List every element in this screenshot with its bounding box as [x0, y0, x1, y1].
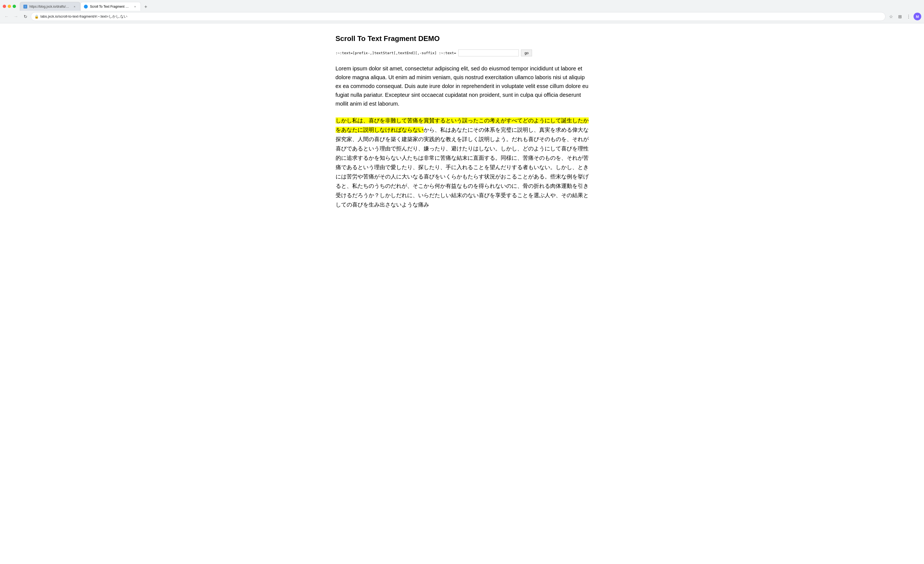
profile-button[interactable]: M [914, 13, 921, 20]
minimize-window-button[interactable] [8, 4, 11, 8]
profile-initials: M [916, 15, 919, 19]
extensions-button[interactable]: ⊞ [896, 13, 904, 20]
menu-button[interactable]: ⋮ [905, 13, 912, 20]
tab-2-favicon [84, 4, 88, 9]
bookmark-button[interactable]: ☆ [887, 13, 895, 20]
tab-2-close[interactable]: × [133, 4, 137, 9]
go-button[interactable]: go [521, 49, 532, 56]
dots-icon: ⋮ [906, 14, 911, 19]
nav-right: ☆ ⊞ ⋮ M [887, 13, 921, 20]
nav-bar: ← → ↻ 🔒 ☆ ⊞ ⋮ M [0, 10, 924, 23]
lorem-paragraph: Lorem ipsum dolor sit amet, consectetur … [336, 64, 589, 108]
fragment-syntax-label: :~:text=[prefix-,]textStart[,textEnd][,-… [336, 51, 437, 55]
window-controls [3, 4, 16, 8]
fragment-input-prefix: :~:text= [439, 51, 456, 55]
star-icon: ☆ [889, 14, 893, 19]
close-window-button[interactable] [3, 4, 6, 8]
tab-1-favicon: i [23, 4, 27, 9]
maximize-window-button[interactable] [13, 4, 16, 8]
japanese-paragraph: しかし私は、喜びを非難して苦痛を賞賛するという誤ったこの考えがすべてどのようにし… [336, 116, 589, 209]
puzzle-icon: ⊞ [898, 14, 902, 19]
page-content: Scroll To Text Fragment DEMO :~:text=[pr… [330, 23, 594, 220]
back-icon: ← [4, 14, 9, 19]
tab-2[interactable]: Scroll To Text Fragment DEMO × [80, 2, 141, 11]
tab-2-title: Scroll To Text Fragment DEMO [90, 4, 130, 9]
title-bar: i https://blog.jxck.io/drafts/scroll-...… [0, 0, 924, 10]
new-tab-button[interactable]: + [142, 3, 150, 11]
reload-icon: ↻ [24, 14, 27, 19]
japanese-rest-text: から、私はあなたにその体系を完璧に説明し、真実を求める偉大な探究家、人間の喜びを… [336, 127, 589, 208]
tab-1[interactable]: i https://blog.jxck.io/drafts/scroll-...… [20, 2, 80, 11]
page-title: Scroll To Text Fragment DEMO [336, 34, 589, 43]
lock-icon: 🔒 [34, 15, 39, 19]
reload-button[interactable]: ↻ [21, 13, 29, 20]
tab-1-close[interactable]: × [72, 4, 77, 9]
address-bar-input[interactable] [40, 15, 882, 19]
fragment-form: :~:text=[prefix-,]textStart[,textEnd][,-… [336, 49, 589, 56]
tab-1-title: https://blog.jxck.io/drafts/scroll-... [29, 4, 70, 9]
tabs-container: i https://blog.jxck.io/drafts/scroll-...… [20, 2, 150, 11]
browser-chrome: i https://blog.jxck.io/drafts/scroll-...… [0, 0, 924, 23]
back-button[interactable]: ← [3, 13, 10, 20]
forward-icon: → [14, 14, 18, 19]
address-bar-wrap[interactable]: 🔒 [31, 12, 885, 21]
forward-button[interactable]: → [12, 13, 20, 20]
fragment-text-input[interactable] [458, 49, 519, 56]
